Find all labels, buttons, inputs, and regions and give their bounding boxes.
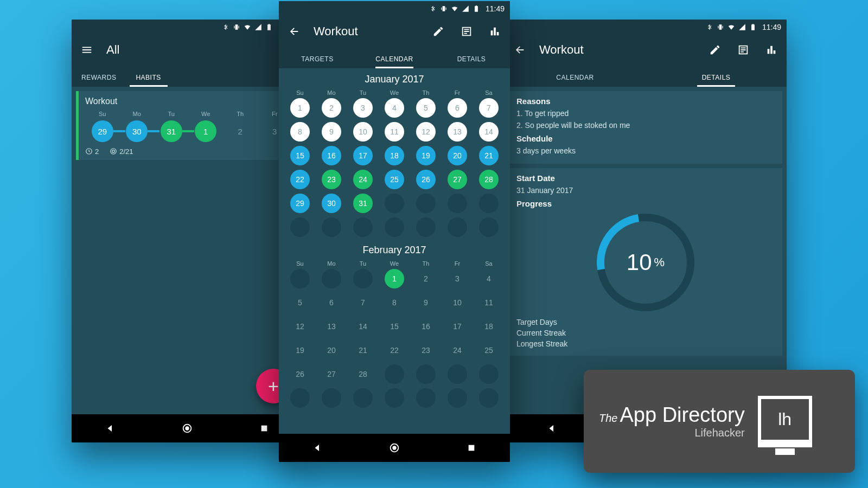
cal-day[interactable] (416, 194, 436, 213)
day-1[interactable]: 1 (195, 120, 216, 142)
cal-day[interactable]: 11 (385, 122, 404, 142)
cal-day[interactable] (479, 388, 499, 408)
cal-day[interactable]: 1 (385, 269, 404, 288)
stats-icon[interactable] (488, 25, 501, 38)
cal-day[interactable]: 6 (448, 98, 467, 118)
cal-day[interactable]: 24 (353, 170, 373, 189)
cal-day[interactable]: 10 (448, 293, 467, 312)
back-icon[interactable] (288, 25, 301, 38)
cal-day[interactable]: 27 (448, 170, 467, 189)
cal-day[interactable]: 9 (416, 293, 436, 312)
cal-day[interactable]: 20 (322, 341, 341, 360)
cal-day[interactable]: 10 (353, 122, 373, 142)
nav-home-icon[interactable] (181, 422, 194, 435)
edit-icon[interactable] (432, 25, 445, 38)
edit-icon[interactable] (709, 43, 722, 56)
cal-day[interactable] (416, 217, 436, 237)
cal-day[interactable]: 14 (353, 317, 373, 336)
cal-day[interactable]: 13 (322, 317, 341, 336)
notes-icon[interactable] (737, 43, 750, 56)
tab-details[interactable]: DETAILS (433, 55, 510, 68)
nav-recent-icon[interactable] (258, 422, 271, 435)
cal-day[interactable]: 8 (290, 122, 310, 142)
cal-day[interactable] (479, 364, 499, 384)
tab-details[interactable]: DETAILS (646, 74, 787, 87)
tab-habits[interactable]: HABITS (126, 74, 170, 87)
tab-targets[interactable]: TARGETS (279, 55, 356, 68)
cal-day[interactable]: 23 (416, 341, 436, 360)
day-2[interactable]: 2 (229, 120, 251, 142)
cal-day[interactable] (290, 388, 310, 408)
cal-day[interactable] (290, 217, 310, 237)
cal-day[interactable]: 1 (290, 98, 310, 118)
cal-day[interactable]: 22 (385, 341, 404, 360)
habit-card[interactable]: Workout Su29 Mo30 Tu31 We1 Th2 Fr3 2 2/2… (76, 91, 298, 160)
cal-day[interactable]: 26 (416, 170, 436, 189)
cal-day[interactable]: 7 (479, 98, 499, 118)
cal-day[interactable]: 17 (353, 146, 373, 165)
cal-day[interactable] (416, 388, 436, 408)
nav-home-icon[interactable] (388, 441, 401, 454)
cal-day[interactable] (448, 364, 467, 384)
cal-day[interactable] (385, 194, 404, 213)
cal-day[interactable]: 25 (479, 341, 499, 360)
cal-day[interactable] (322, 217, 341, 237)
cal-day[interactable]: 19 (290, 341, 310, 360)
cal-day[interactable] (385, 388, 404, 408)
cal-day[interactable] (448, 194, 467, 213)
cal-day[interactable]: 22 (290, 170, 310, 189)
cal-day[interactable] (479, 194, 499, 213)
cal-day[interactable]: 14 (479, 122, 499, 142)
cal-day[interactable] (322, 269, 341, 288)
cal-day[interactable]: 15 (290, 146, 310, 165)
cal-day[interactable]: 23 (322, 170, 341, 189)
cal-day[interactable] (353, 269, 373, 288)
cal-day[interactable]: 2 (416, 269, 436, 288)
nav-back-icon[interactable] (545, 422, 558, 435)
menu-icon[interactable] (80, 43, 93, 56)
cal-day[interactable]: 9 (322, 122, 341, 142)
cal-day[interactable]: 19 (416, 146, 436, 165)
day-30[interactable]: 30 (126, 120, 148, 142)
cal-day[interactable]: 26 (290, 364, 310, 384)
cal-day[interactable]: 16 (322, 146, 341, 165)
back-icon[interactable] (513, 43, 526, 56)
cal-day[interactable]: 17 (448, 317, 467, 336)
stats-icon[interactable] (765, 43, 778, 56)
cal-day[interactable]: 3 (448, 269, 467, 288)
nav-back-icon[interactable] (311, 441, 324, 454)
cal-day[interactable]: 8 (385, 293, 404, 312)
cal-day[interactable]: 18 (385, 146, 404, 165)
cal-day[interactable]: 4 (479, 269, 499, 288)
cal-day[interactable] (448, 217, 467, 237)
cal-day[interactable]: 21 (353, 341, 373, 360)
cal-day[interactable]: 15 (385, 317, 404, 336)
cal-day[interactable] (385, 217, 404, 237)
cal-day[interactable] (448, 388, 467, 408)
cal-day[interactable] (353, 217, 373, 237)
cal-day[interactable]: 6 (322, 293, 341, 312)
cal-day[interactable]: 27 (322, 364, 341, 384)
cal-day[interactable]: 12 (290, 317, 310, 336)
cal-day[interactable]: 7 (353, 293, 373, 312)
cal-day[interactable] (353, 388, 373, 408)
notes-icon[interactable] (460, 25, 473, 38)
cal-day[interactable] (479, 217, 499, 237)
cal-day[interactable]: 18 (479, 317, 499, 336)
cal-day[interactable]: 29 (290, 194, 310, 213)
nav-back-icon[interactable] (104, 422, 117, 435)
cal-day[interactable]: 25 (385, 170, 404, 189)
cal-day[interactable]: 31 (353, 194, 373, 213)
day-31[interactable]: 31 (161, 120, 182, 142)
cal-day[interactable]: 28 (353, 364, 373, 384)
cal-day[interactable]: 3 (353, 98, 373, 118)
cal-day[interactable]: 12 (416, 122, 436, 142)
cal-day[interactable]: 30 (322, 194, 341, 213)
nav-recent-icon[interactable] (465, 441, 478, 454)
cal-day[interactable]: 16 (416, 317, 436, 336)
cal-day[interactable]: 11 (479, 293, 499, 312)
day-29[interactable]: 29 (92, 120, 113, 142)
cal-day[interactable]: 20 (448, 146, 467, 165)
tab-calendar[interactable]: CALENDAR (505, 74, 646, 87)
cal-day[interactable] (385, 364, 404, 384)
